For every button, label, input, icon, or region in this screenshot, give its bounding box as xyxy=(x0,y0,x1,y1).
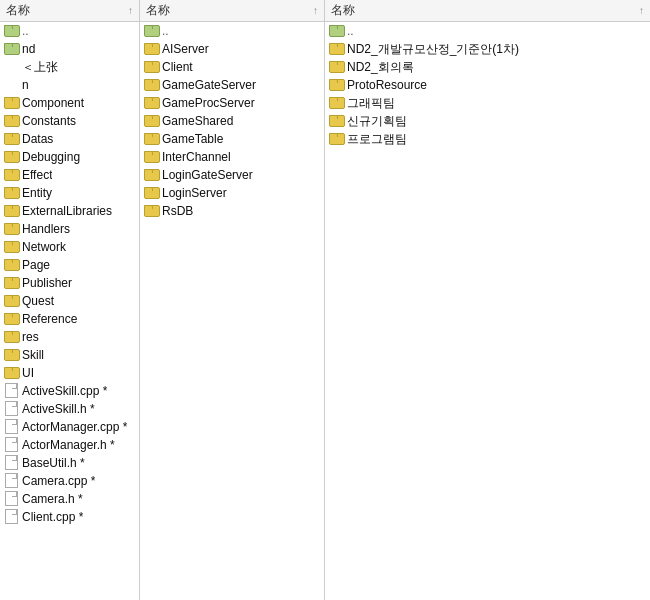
folder-icon xyxy=(144,43,158,55)
folder-icon xyxy=(4,295,18,307)
list-item[interactable]: Client xyxy=(140,58,324,76)
list-item[interactable]: InterChannel xyxy=(140,148,324,166)
panel-sort-icon[interactable]: ↑ xyxy=(313,5,318,16)
list-item[interactable]: n xyxy=(0,76,139,94)
list-item[interactable]: Page xyxy=(0,256,139,274)
list-item[interactable]: RsDB xyxy=(140,202,324,220)
item-label: ActorManager.h * xyxy=(22,436,115,454)
list-item[interactable]: ActiveSkill.cpp * xyxy=(0,382,139,400)
list-item[interactable]: GameProcServer xyxy=(140,94,324,112)
list-item[interactable]: ActiveSkill.h * xyxy=(0,400,139,418)
list-item[interactable]: nd xyxy=(0,40,139,58)
list-item[interactable]: Camera.h * xyxy=(0,490,139,508)
file-icon xyxy=(4,510,18,524)
folder-icon xyxy=(4,25,18,37)
list-item[interactable]: Entity xyxy=(0,184,139,202)
item-label: Client.cpp * xyxy=(22,508,83,526)
item-label: Quest xyxy=(22,292,54,310)
item-label: Handlers xyxy=(22,220,70,238)
list-item[interactable]: ActorManager.h * xyxy=(0,436,139,454)
list-item[interactable]: GameShared xyxy=(140,112,324,130)
list-item[interactable]: Constants xyxy=(0,112,139,130)
list-item[interactable]: Component xyxy=(0,94,139,112)
folder-icon xyxy=(144,79,158,91)
item-label: Network xyxy=(22,238,66,256)
panel-content-right: ..ND2_개발규모산정_기준안(1차)ND2_회의록ProtoResource… xyxy=(325,22,650,600)
list-item[interactable]: ND2_회의록 xyxy=(325,58,650,76)
folder-icon xyxy=(4,223,18,235)
list-item[interactable]: GameGateServer xyxy=(140,76,324,94)
file-explorer: 名称↑..nd＜上张nComponentConstantsDatasDebugg… xyxy=(0,0,650,600)
item-label: Skill xyxy=(22,346,44,364)
folder-icon xyxy=(144,133,158,145)
list-item[interactable]: Datas xyxy=(0,130,139,148)
list-item[interactable]: ActorManager.cpp * xyxy=(0,418,139,436)
list-item[interactable]: .. xyxy=(0,22,139,40)
list-item[interactable]: ProtoResource xyxy=(325,76,650,94)
folder-icon xyxy=(329,25,343,37)
item-label: Page xyxy=(22,256,50,274)
panel-header-mid: 名称↑ xyxy=(140,0,324,22)
list-item[interactable]: BaseUtil.h * xyxy=(0,454,139,472)
item-label: .. xyxy=(162,22,169,40)
item-label: Camera.cpp * xyxy=(22,472,95,490)
folder-icon xyxy=(329,133,343,145)
list-item[interactable]: Skill xyxy=(0,346,139,364)
folder-icon xyxy=(4,43,18,55)
panel-header-label: 名称 xyxy=(331,2,355,19)
item-label: ND2_회의록 xyxy=(347,58,414,76)
folder-icon xyxy=(4,133,18,145)
item-label: AIServer xyxy=(162,40,209,58)
folder-icon xyxy=(4,331,18,343)
file-icon xyxy=(4,420,18,434)
list-item[interactable]: Camera.cpp * xyxy=(0,472,139,490)
list-item[interactable]: ND2_개발규모산정_기준안(1차) xyxy=(325,40,650,58)
panel-header-label: 名称 xyxy=(146,2,170,19)
folder-icon xyxy=(4,205,18,217)
file-icon xyxy=(4,438,18,452)
panel-header-label: 名称 xyxy=(6,2,30,19)
list-item[interactable]: Reference xyxy=(0,310,139,328)
folder-icon xyxy=(329,97,343,109)
item-label: ExternalLibraries xyxy=(22,202,112,220)
list-item[interactable]: ＜上张 xyxy=(0,58,139,76)
item-label: Reference xyxy=(22,310,77,328)
panel-right: 名称↑..ND2_개발규모산정_기준안(1차)ND2_회의록ProtoResou… xyxy=(325,0,650,600)
list-item[interactable]: res xyxy=(0,328,139,346)
list-item[interactable]: LoginGateServer xyxy=(140,166,324,184)
folder-icon xyxy=(4,169,18,181)
list-item[interactable]: 그래픽팀 xyxy=(325,94,650,112)
list-item[interactable]: GameTable xyxy=(140,130,324,148)
list-item[interactable]: AIServer xyxy=(140,40,324,58)
list-item[interactable]: LoginServer xyxy=(140,184,324,202)
item-label: ＜上张 xyxy=(22,58,58,76)
list-item[interactable]: .. xyxy=(140,22,324,40)
list-item[interactable]: Effect xyxy=(0,166,139,184)
list-item[interactable]: Handlers xyxy=(0,220,139,238)
item-label: LoginServer xyxy=(162,184,227,202)
folder-icon xyxy=(144,205,158,217)
list-item[interactable]: Debugging xyxy=(0,148,139,166)
item-label: Constants xyxy=(22,112,76,130)
list-item[interactable]: .. xyxy=(325,22,650,40)
list-item[interactable]: Quest xyxy=(0,292,139,310)
folder-icon xyxy=(144,187,158,199)
list-item[interactable]: 프로그램팀 xyxy=(325,130,650,148)
item-label: Debugging xyxy=(22,148,80,166)
folder-icon xyxy=(144,151,158,163)
folder-icon xyxy=(329,79,343,91)
file-icon xyxy=(4,384,18,398)
list-item[interactable]: UI xyxy=(0,364,139,382)
list-item[interactable]: Network xyxy=(0,238,139,256)
item-label: GameProcServer xyxy=(162,94,255,112)
panel-sort-icon[interactable]: ↑ xyxy=(639,5,644,16)
list-item[interactable]: Client.cpp * xyxy=(0,508,139,526)
panel-sort-icon[interactable]: ↑ xyxy=(128,5,133,16)
item-label: GameGateServer xyxy=(162,76,256,94)
list-item[interactable]: Publisher xyxy=(0,274,139,292)
item-label: Entity xyxy=(22,184,52,202)
list-item[interactable]: 신규기획팀 xyxy=(325,112,650,130)
panel-mid: 名称↑..AIServerClientGameGateServerGamePro… xyxy=(140,0,325,600)
list-item[interactable]: ExternalLibraries xyxy=(0,202,139,220)
file-icon xyxy=(4,402,18,416)
